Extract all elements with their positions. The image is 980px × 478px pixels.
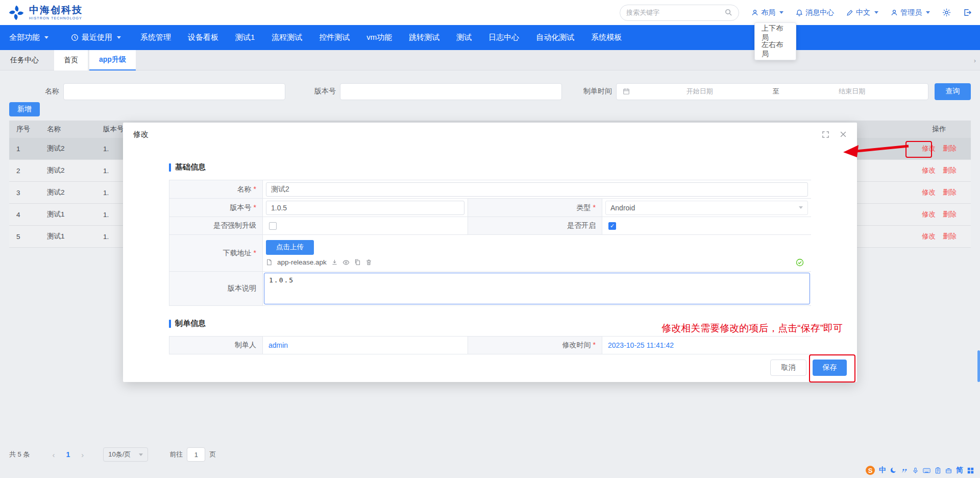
file-name[interactable]: app-release.apk [277,258,327,266]
delete-link[interactable]: 删除 [943,144,957,153]
user-menu[interactable]: 管理员 [891,8,930,17]
edit-link[interactable]: 修改 [922,166,936,175]
dropdown-item-horizontal-layout[interactable]: 左右布局 [755,41,796,58]
nav-item-control-test[interactable]: 控件测试 [319,33,350,42]
filter-version-input[interactable] [340,83,562,100]
edit-modal: 修改 基础信息 名称 版本号 类型 And [123,123,857,382]
copy-icon[interactable] [354,259,361,266]
page-number[interactable]: 1 [61,450,75,459]
edit-link[interactable]: 修改 [922,210,936,219]
logout-icon[interactable] [963,8,972,17]
edit-link[interactable]: 修改 [922,144,936,153]
grid-menu-icon[interactable] [967,467,974,474]
tab-home[interactable]: 首页 [54,50,88,70]
download-icon[interactable] [331,259,338,266]
goto-page-input[interactable] [187,447,205,462]
keyboard-icon[interactable] [923,467,930,474]
add-button[interactable]: 新增 [9,102,40,116]
clipboard-icon[interactable] [935,467,941,474]
tab-bar: 任务中心 首页 app升级 › [0,50,980,70]
layout-menu-label: 布局 [761,8,775,17]
edit-link[interactable]: 修改 [922,232,936,241]
nav-item-device-board[interactable]: 设备看板 [188,33,218,42]
col-header-name: 名称 [40,125,96,134]
fullscreen-icon[interactable] [822,131,829,138]
nav-item-automation-test[interactable]: 自动化测试 [536,33,574,42]
sogou-logo-icon[interactable]: S [866,466,875,475]
nav-item-test[interactable]: 测试 [456,33,472,42]
simplified-mode-icon[interactable]: 简 [956,466,963,475]
search-icon[interactable] [725,9,732,16]
delete-link[interactable]: 删除 [943,188,957,197]
close-icon[interactable] [840,131,847,138]
type-select[interactable]: Android [605,201,808,215]
punctuation-icon[interactable] [901,467,908,474]
delete-link[interactable]: 删除 [943,210,957,219]
date-start-placeholder[interactable]: 开始日期 [630,87,770,96]
modify-time-label: 修改时间 [562,341,596,350]
chevron-down-icon [874,11,878,14]
page-size-select[interactable]: 10条/页 [103,447,148,462]
name-input[interactable] [266,182,808,197]
delete-file-icon[interactable] [365,259,372,266]
prev-page-icon[interactable]: ‹ [46,450,61,459]
message-center-menu[interactable]: 消息中心 [796,8,834,17]
nav-all-functions[interactable]: 全部功能 [9,33,48,42]
nav-item-test1[interactable]: 测试1 [235,33,255,42]
search-button[interactable]: 查询 [935,83,971,100]
scrollbar-thumb[interactable] [977,350,980,382]
cell-index: 3 [9,189,40,197]
next-page-icon[interactable]: › [75,450,90,459]
goto-label: 前往 [169,450,183,459]
force-upgrade-label: 是否强制升级 [213,221,256,230]
description-textarea[interactable]: 1.0.5 [264,273,810,304]
chinese-mode-icon[interactable]: 中 [879,466,886,475]
delete-link[interactable]: 删除 [943,232,957,241]
tab-app-upgrade[interactable]: app升级 [89,50,136,70]
enabled-checkbox[interactable]: ✓ [608,222,616,230]
pagination: 共 5 条 ‹ 1 › 10条/页 前往 页 [9,447,216,462]
nav-item-system-template[interactable]: 系统模板 [591,33,622,42]
toolbox-icon[interactable] [945,467,952,474]
version-input[interactable] [266,201,464,215]
layout-menu[interactable]: 布局 [751,8,783,17]
search-input[interactable] [626,9,725,16]
nav-item-system-manage[interactable]: 系统管理 [140,33,171,42]
delete-link[interactable]: 删除 [943,166,957,175]
date-range-picker[interactable]: 开始日期 至 结束日期 [616,83,928,100]
force-upgrade-checkbox[interactable] [269,222,277,230]
filter-bar: 名称 版本号 制单时间 开始日期 至 结束日期 查询 [0,83,980,100]
filter-name-label: 名称 [36,87,59,96]
global-search-box[interactable] [620,5,739,21]
date-end-placeholder[interactable]: 结束日期 [782,87,922,96]
cell-name: 测试1 [40,232,96,241]
upload-button[interactable]: 点击上传 [266,240,314,255]
language-menu[interactable]: 中文 [846,8,878,17]
save-button[interactable]: 保存 [813,360,847,376]
moon-icon[interactable] [890,467,897,474]
preview-eye-icon[interactable] [342,259,350,266]
nav-item-flow-test[interactable]: 流程测试 [272,33,302,42]
download-url-label: 下载地址 [223,249,256,258]
tab-scroll-arrow-icon[interactable]: › [974,50,976,70]
pagination-total: 共 5 条 [9,450,30,459]
nav-recent-used[interactable]: 最近使用 [71,33,121,42]
settings-gear-icon[interactable] [942,8,951,17]
nav-item-jump-test[interactable]: 跳转测试 [409,33,439,42]
main-nav: 全部功能 最近使用 系统管理 设备看板 测试1 流程测试 控件测试 vm功能 跳… [0,25,980,50]
edit-link[interactable]: 修改 [922,188,936,197]
filter-name-input[interactable] [63,83,285,100]
nav-item-log-center[interactable]: 日志中心 [488,33,519,42]
cell-name: 测试2 [40,144,96,153]
bell-icon [796,9,803,16]
goto-unit-label: 页 [209,450,216,459]
page-size-value: 10条/页 [108,450,131,459]
type-label: 类型 [577,203,596,212]
tab-task-center[interactable]: 任务中心 [9,56,47,65]
microphone-icon[interactable] [912,467,919,474]
creator-label: 制单人 [235,341,256,350]
cell-name: 测试2 [40,188,96,197]
dropdown-item-vertical-layout[interactable]: 上下布局 [755,25,796,41]
nav-item-vm[interactable]: vm功能 [366,33,392,42]
cancel-button[interactable]: 取消 [770,360,806,376]
